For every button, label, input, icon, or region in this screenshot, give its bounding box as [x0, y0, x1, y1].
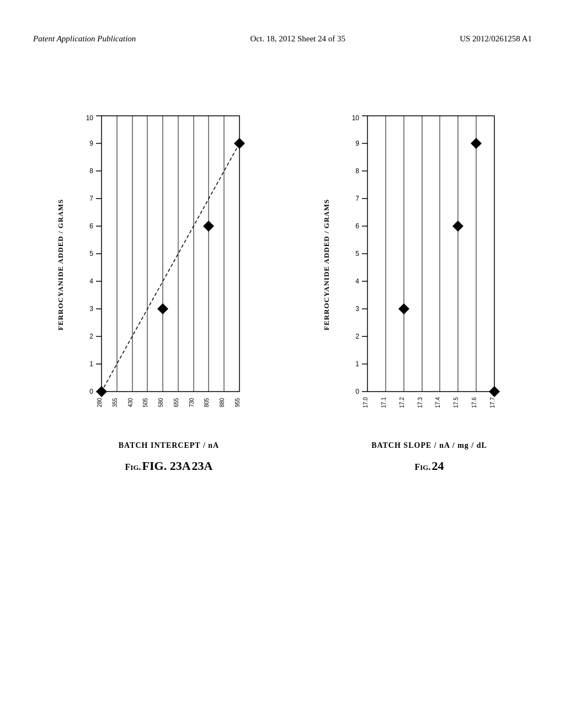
svg-text:17.6: 17.6 — [471, 397, 477, 408]
x-axis-label-1: BATCH INTERCEPT / nA — [119, 441, 219, 450]
svg-text:7: 7 — [355, 195, 359, 202]
svg-text:8: 8 — [89, 167, 93, 175]
chart-24: FERROCYANIDE ADDED / GRAMS — [288, 110, 537, 473]
svg-text:730: 730 — [189, 398, 195, 407]
svg-text:430: 430 — [127, 398, 134, 407]
svg-text:280: 280 — [97, 398, 103, 407]
svg-text:2: 2 — [89, 333, 93, 340]
svg-rect-42 — [367, 116, 494, 392]
svg-text:17.2: 17.2 — [399, 397, 405, 408]
page: Patent Application Publication Oct. 18, … — [0, 0, 565, 728]
svg-text:9: 9 — [89, 140, 93, 147]
svg-text:2: 2 — [355, 333, 359, 340]
svg-rect-0 — [102, 116, 239, 392]
svg-text:9: 9 — [355, 140, 359, 147]
datapoint-1b — [471, 138, 482, 149]
svg-text:4: 4 — [355, 277, 359, 285]
svg-text:0: 0 — [89, 388, 93, 395]
svg-text:355: 355 — [112, 398, 118, 407]
svg-text:17.7: 17.7 — [489, 397, 495, 408]
svg-text:6: 6 — [355, 222, 359, 230]
svg-text:8: 8 — [355, 167, 359, 175]
x-axis-label-2: BATCH SLOPE / nA / mg / dL — [371, 441, 487, 450]
datapoint-4a — [96, 386, 107, 397]
svg-text:0: 0 — [355, 388, 359, 395]
svg-text:17.4: 17.4 — [435, 397, 441, 408]
svg-text:580: 580 — [158, 398, 164, 407]
datapoint-4b — [489, 386, 500, 397]
header-date-sheet: Oct. 18, 2012 Sheet 24 of 35 — [250, 34, 345, 44]
svg-text:17.3: 17.3 — [417, 397, 423, 408]
svg-text:10: 10 — [86, 114, 94, 122]
y-axis-label-2: FERROCYANIDE ADDED / GRAMS — [320, 110, 333, 419]
fig-label-23a: FIG. FIG. 23A 23A — [125, 459, 213, 473]
svg-text:7: 7 — [89, 195, 93, 202]
datapoint-2b — [452, 221, 463, 232]
datapoint-2a — [203, 221, 214, 232]
svg-line-41 — [102, 143, 239, 392]
svg-text:5: 5 — [355, 250, 359, 258]
svg-text:4: 4 — [89, 277, 93, 285]
svg-text:955: 955 — [234, 398, 241, 407]
svg-text:1: 1 — [355, 360, 359, 368]
svg-text:10: 10 — [352, 114, 360, 122]
header-patent-number: US 2012/0261258 A1 — [460, 34, 532, 44]
header-publication: Patent Application Publication — [33, 34, 136, 44]
svg-text:3: 3 — [89, 305, 93, 313]
chart-svg-2: 0 1 2 3 4 5 6 7 8 9 10 17.0 17.1 17.2 — [334, 110, 505, 419]
svg-text:6: 6 — [89, 222, 93, 230]
svg-text:17.1: 17.1 — [381, 397, 387, 408]
svg-text:505: 505 — [142, 398, 148, 407]
chart-svg-1: 0 1 2 3 4 5 6 7 8 9 10 280 355 430 — [68, 110, 250, 419]
fig-label-24: FIG. 24 — [415, 459, 444, 473]
svg-text:3: 3 — [355, 305, 359, 313]
svg-text:17.0: 17.0 — [363, 397, 369, 408]
svg-text:5: 5 — [89, 250, 93, 258]
chart-23a: FERROCYANIDE ADDED / GRAMS — [28, 110, 277, 473]
svg-text:655: 655 — [173, 398, 179, 407]
svg-text:1: 1 — [89, 360, 93, 368]
datapoint-1a — [234, 138, 245, 149]
datapoint-3b — [398, 303, 409, 314]
datapoint-3a — [157, 303, 168, 314]
svg-text:17.5: 17.5 — [453, 397, 459, 408]
y-axis-label-1: FERROCYANIDE ADDED / GRAMS — [54, 110, 67, 419]
header: Patent Application Publication Oct. 18, … — [0, 34, 565, 44]
svg-text:805: 805 — [204, 398, 210, 407]
svg-text:880: 880 — [219, 398, 225, 407]
